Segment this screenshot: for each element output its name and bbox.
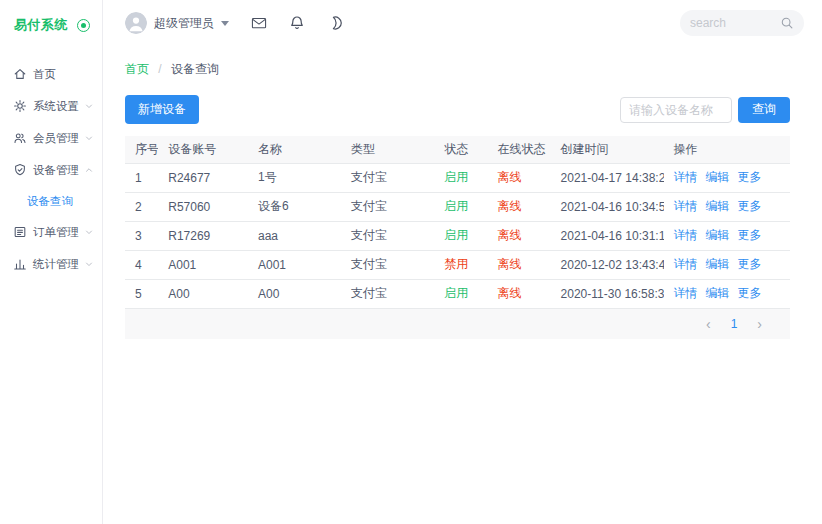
global-search-input[interactable] [690,16,776,30]
cell-created: 2021-04-16 10:31:17 [551,221,664,250]
sidebar-item-statistics[interactable]: 统计管理 [0,248,102,280]
global-search [680,10,804,36]
orders-list-icon [13,225,27,239]
cell-created: 2021-04-16 10:34:57 [551,192,664,221]
cell-status: 启用 [434,192,487,221]
sidebar-item-label: 统计管理 [33,257,79,272]
table-row: 3 R17269 aaa 支付宝 启用 离线 2021-04-16 10:31:… [125,221,790,250]
sidebar-subitem-label: 设备查询 [27,194,73,209]
sidebar: 易付系统 首页 系统设置 [0,0,103,524]
more-link[interactable]: 更多 [738,286,762,300]
more-link[interactable]: 更多 [738,199,762,213]
sidebar-item-system-settings[interactable]: 系统设置 [0,90,102,122]
cell-no: 4 [125,250,158,279]
cell-online: 离线 [487,250,550,279]
query-button[interactable]: 查询 [738,97,790,123]
breadcrumb-home-link[interactable]: 首页 [125,62,149,76]
chevron-down-icon [84,133,94,143]
notification-bell-icon[interactable] [289,15,305,31]
detail-link[interactable]: 详情 [674,286,698,300]
logo-row: 易付系统 [0,0,102,40]
status-badge: 启用 [444,170,468,184]
col-type: 类型 [341,136,434,163]
more-link[interactable]: 更多 [738,170,762,184]
dark-mode-moon-icon[interactable] [327,15,343,31]
more-link[interactable]: 更多 [738,228,762,242]
cell-account: R57060 [158,192,248,221]
status-badge: 启用 [444,286,468,300]
table-row: 2 R57060 设备6 支付宝 启用 离线 2021-04-16 10:34:… [125,192,790,221]
cell-no: 5 [125,279,158,308]
cell-status: 禁用 [434,250,487,279]
cell-account: A00 [158,279,248,308]
edit-link[interactable]: 编辑 [706,170,730,184]
device-shield-icon [13,163,27,177]
cell-account: R24677 [158,163,248,192]
sidebar-item-orders[interactable]: 订单管理 [0,216,102,248]
col-name: 名称 [248,136,341,163]
more-link[interactable]: 更多 [738,257,762,271]
cell-type: 支付宝 [341,163,434,192]
col-created: 创建时间 [551,136,664,163]
menu-toggle-icon[interactable] [77,19,90,32]
table-row: 1 R24677 1号 支付宝 启用 离线 2021-04-17 14:38:2… [125,163,790,192]
cell-type: 支付宝 [341,250,434,279]
online-status-badge: 离线 [497,170,521,184]
detail-link[interactable]: 详情 [674,228,698,242]
cell-status: 启用 [434,221,487,250]
chevron-down-icon [84,101,94,111]
online-status-badge: 离线 [497,257,521,271]
col-account: 设备账号 [158,136,248,163]
cell-online: 离线 [487,221,550,250]
cell-actions: 详情编辑更多 [664,221,790,250]
col-online: 在线状态 [487,136,550,163]
current-page[interactable]: 1 [721,317,748,331]
cell-name: A00 [248,279,341,308]
chevron-down-icon [84,259,94,269]
cell-actions: 详情编辑更多 [664,250,790,279]
col-actions: 操作 [664,136,790,163]
add-device-button[interactable]: 新增设备 [125,95,199,124]
sidebar-item-devices[interactable]: 设备管理 [0,154,102,186]
detail-link[interactable]: 详情 [674,199,698,213]
device-table: 序号 设备账号 名称 类型 状态 在线状态 创建时间 操作 1 R24677 1 [125,136,790,339]
edit-link[interactable]: 编辑 [706,286,730,300]
members-icon [13,131,27,145]
mail-icon[interactable] [251,15,267,31]
cell-actions: 详情编辑更多 [664,163,790,192]
home-icon [13,67,27,81]
sidebar-item-device-query[interactable]: 设备查询 [0,186,102,216]
cell-account: A001 [158,250,248,279]
status-badge: 启用 [444,228,468,242]
next-page-button[interactable]: › [747,317,772,331]
online-status-badge: 离线 [497,286,521,300]
cell-name: 1号 [248,163,341,192]
edit-link[interactable]: 编辑 [706,199,730,213]
cell-actions: 详情编辑更多 [664,192,790,221]
cell-name: 设备6 [248,192,341,221]
topbar: 超级管理员 [103,0,822,46]
chevron-down-icon [84,227,94,237]
prev-page-button[interactable]: ‹ [696,317,721,331]
sidebar-item-members[interactable]: 会员管理 [0,122,102,154]
cell-actions: 详情编辑更多 [664,279,790,308]
breadcrumb-current: 设备查询 [171,62,219,76]
sidebar-item-label: 订单管理 [33,225,79,240]
detail-link[interactable]: 详情 [674,257,698,271]
username-label[interactable]: 超级管理员 [154,15,214,32]
device-name-input[interactable] [620,97,732,123]
sidebar-item-home[interactable]: 首页 [0,58,102,90]
cell-no: 1 [125,163,158,192]
sidebar-item-label: 设备管理 [33,163,79,178]
user-dropdown-caret-icon[interactable] [221,21,229,26]
edit-link[interactable]: 编辑 [706,228,730,242]
search-icon[interactable] [780,16,794,30]
user-avatar[interactable] [125,12,147,34]
app-logo: 易付系统 [14,16,68,34]
cell-account: R17269 [158,221,248,250]
edit-link[interactable]: 编辑 [706,257,730,271]
sidebar-menu: 首页 系统设置 会员管理 [0,58,102,280]
sidebar-item-label: 系统设置 [33,99,79,114]
sidebar-item-label: 首页 [33,67,56,82]
detail-link[interactable]: 详情 [674,170,698,184]
